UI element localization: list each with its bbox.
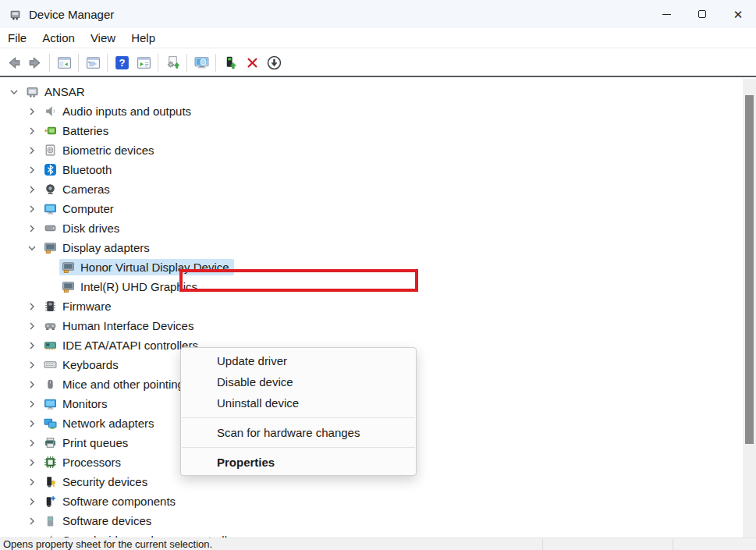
chevron-right-icon[interactable] [26,398,38,410]
uninstall-device-button[interactable] [241,52,263,73]
chevron-spacer [44,281,56,293]
tree-row-content[interactable]: Human Interface Devices [41,318,198,334]
chevron-down-icon[interactable] [26,242,38,254]
tree-row-content[interactable]: Cameras [41,181,115,197]
tree-item-computer[interactable]: Computer [0,199,756,218]
chevron-right-icon[interactable] [26,456,38,469]
tree-item-batteries[interactable]: Batteries [0,121,756,140]
vertical-scrollbar[interactable] [743,79,756,538]
help-button[interactable]: ? [111,52,133,73]
tree-row-content[interactable]: Biometric devices [41,142,159,158]
context-menu-item-scan-for-hardware-changes[interactable]: Scan for hardware changes [181,422,416,443]
menu-action[interactable]: Action [42,31,75,44]
tree-row-content[interactable]: Security devices [41,474,152,490]
tree-row-content[interactable]: Batteries [41,122,113,139]
close-icon: ✕ [733,9,744,20]
tree-row-content[interactable]: IDE ATA/ATAPI controllers [41,337,203,353]
properties-window-icon [85,55,101,71]
chevron-right-icon[interactable] [26,144,38,157]
context-menu-item-update-driver[interactable]: Update driver [181,350,416,371]
network-adapter-icon [44,417,57,430]
tree-row-content[interactable]: Keyboards [41,357,123,373]
scan-hardware-changes-button[interactable] [190,52,212,73]
chevron-right-icon[interactable] [26,359,38,371]
tree-row-content[interactable]: Software devices [41,513,156,529]
console-tree-icon [56,55,73,71]
menu-help[interactable]: Help [131,31,155,44]
disk-drive-icon [44,222,57,235]
properties-pane-button[interactable] [82,52,104,73]
tree-item-audio-inputs-and-outputs[interactable]: Audio inputs and outputs [0,101,756,121]
tree-row-content[interactable]: Software components [41,493,180,509]
tree-item-sound-video-and-game-controllers[interactable]: Sound, video and game controllers [0,530,756,538]
tree-row-content[interactable]: Network adapters [41,415,159,431]
minimize-button[interactable] [648,0,684,28]
status-text: Opens property sheet for the current sel… [3,538,212,550]
context-menu-item-properties[interactable]: Properties [181,452,416,473]
tree-item-display-adapters[interactable]: Display adapters [0,238,756,257]
chevron-right-icon[interactable] [26,164,38,176]
chevron-right-icon[interactable] [26,515,38,527]
tree-row-content[interactable]: Display adapters [41,240,154,256]
tree-item-ansar[interactable]: ANSAR [0,82,756,101]
chevron-right-icon[interactable] [26,125,38,137]
context-menu-item-uninstall-device[interactable]: Uninstall device [181,392,416,413]
ide-controller-icon [44,339,57,352]
tree-item-bluetooth[interactable]: Bluetooth [0,160,756,179]
tree-row-content[interactable]: Disk drives [41,220,124,236]
computer-icon [26,85,39,98]
update-driver-button[interactable] [219,52,241,73]
tree-row-content[interactable]: Computer [41,200,119,217]
chevron-right-icon[interactable] [26,339,38,352]
chevron-right-icon[interactable] [26,203,38,215]
minimize-icon [662,14,671,15]
chevron-right-icon[interactable] [26,417,38,430]
tree-row-content[interactable]: Monitors [41,396,112,412]
tree-row-content[interactable]: ANSAR [23,83,90,100]
tree-item-biometric-devices[interactable]: Biometric devices [0,140,756,160]
tree-item-label: Human Interface Devices [62,319,193,332]
tree-row-content[interactable]: Processors [41,454,126,470]
chevron-right-icon[interactable] [26,183,38,196]
chevron-right-icon[interactable] [26,222,38,235]
tree-item-human-interface-devices[interactable]: Human Interface Devices [0,316,756,335]
maximize-icon [698,10,706,18]
maximize-button[interactable] [684,0,720,28]
tree-item-software-components[interactable]: Software components [0,491,756,511]
show-console-tree-button[interactable] [53,52,75,73]
tree-row-content[interactable]: Firmware [41,298,116,314]
menu-file[interactable]: File [8,31,27,44]
chevron-right-icon[interactable] [26,495,38,508]
show-action-pane-button[interactable] [133,52,154,73]
update-driver-software-button[interactable] [161,52,183,73]
back-button[interactable] [2,52,24,73]
tree-item-software-devices[interactable]: Software devices [0,511,756,530]
tree-item-label: Disk drives [62,222,119,235]
tree-item-firmware[interactable]: Firmware [0,296,756,316]
menu-view[interactable]: View [91,31,115,44]
mouse-icon [44,378,57,391]
chevron-down-icon[interactable] [8,86,20,98]
chevron-right-icon[interactable] [26,320,38,332]
scrollbar-thumb[interactable] [745,95,754,444]
tree-row-content[interactable]: Bluetooth [41,161,116,178]
chevron-right-icon[interactable] [26,437,38,449]
help-icon: ? [114,55,130,71]
window-controls: ✕ [648,0,756,28]
forward-button[interactable] [24,52,46,73]
chevron-right-icon[interactable] [26,378,38,391]
tree-row-content[interactable]: Audio inputs and outputs [41,103,196,119]
context-menu-separator [182,417,415,418]
close-button[interactable]: ✕ [720,0,756,28]
status-bar: Opens property sheet for the current sel… [0,538,756,550]
tree-row-content[interactable]: Sound, video and game controllers [41,532,248,538]
tree-item-disk-drives[interactable]: Disk drives [0,218,756,238]
chevron-right-icon[interactable] [26,300,38,313]
chevron-right-icon[interactable] [26,476,38,488]
tree-item-cameras[interactable]: Cameras [0,179,756,199]
tree-row-content[interactable]: Print queues [41,435,133,451]
monitor-icon [44,397,57,410]
chevron-right-icon[interactable] [26,105,38,118]
disable-device-button[interactable] [263,52,285,73]
context-menu-item-disable-device[interactable]: Disable device [181,371,416,392]
